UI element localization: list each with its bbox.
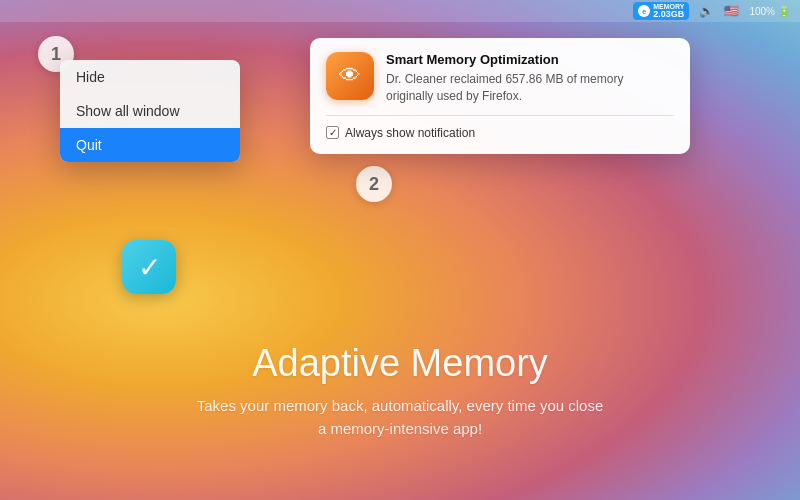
step-1-number: 1 [51, 44, 61, 65]
memory-icon: e [638, 5, 650, 17]
notification-checkbox-row: ✓ Always show notification [326, 126, 674, 140]
checkmark-icon: ✓ [138, 251, 161, 284]
battery-icon: 🔋 [778, 6, 790, 17]
notification-header: 👁 Smart Memory Optimization Dr. Cleaner … [326, 52, 674, 105]
context-menu: Hide Show all window Quit [60, 60, 240, 162]
app-icon[interactable]: ✓ [122, 240, 176, 294]
bottom-text-area: Adaptive Memory Takes your memory back, … [0, 342, 800, 440]
notification-divider [326, 115, 674, 116]
menu-item-quit[interactable]: Quit [60, 128, 240, 162]
memory-text: MEMORY 2.03GB [653, 3, 684, 19]
flag-icon: 🇺🇸 [724, 4, 739, 18]
menu-item-hide[interactable]: Hide [60, 60, 240, 94]
battery-label: 100% [749, 6, 775, 17]
notification-title: Smart Memory Optimization [386, 52, 674, 67]
always-show-checkbox[interactable]: ✓ [326, 126, 339, 139]
subtitle-line2: a memory-intensive app! [318, 420, 482, 437]
menubar: e MEMORY 2.03GB 🔈 🇺🇸 100% 🔋 [0, 0, 800, 22]
battery-indicator: 100% 🔋 [749, 6, 790, 17]
memory-badge[interactable]: e MEMORY 2.03GB [633, 2, 689, 20]
step-2-number: 2 [369, 174, 379, 195]
notification-body: Dr. Cleaner reclaimed 657.86 MB of memor… [386, 71, 674, 105]
subtitle: Takes your memory back, automatically, e… [0, 395, 800, 440]
notification-app-icon: 👁 [326, 52, 374, 100]
dr-cleaner-icon: 👁 [339, 63, 361, 89]
notification-card: 👁 Smart Memory Optimization Dr. Cleaner … [310, 38, 690, 154]
notification-checkbox-label: Always show notification [345, 126, 475, 140]
main-title: Adaptive Memory [0, 342, 800, 385]
step-2-circle: 2 [356, 166, 392, 202]
speaker-icon: 🔈 [699, 4, 714, 18]
subtitle-line1: Takes your memory back, automatically, e… [197, 397, 604, 414]
menu-item-show-all[interactable]: Show all window [60, 94, 240, 128]
notification-content: Smart Memory Optimization Dr. Cleaner re… [386, 52, 674, 105]
